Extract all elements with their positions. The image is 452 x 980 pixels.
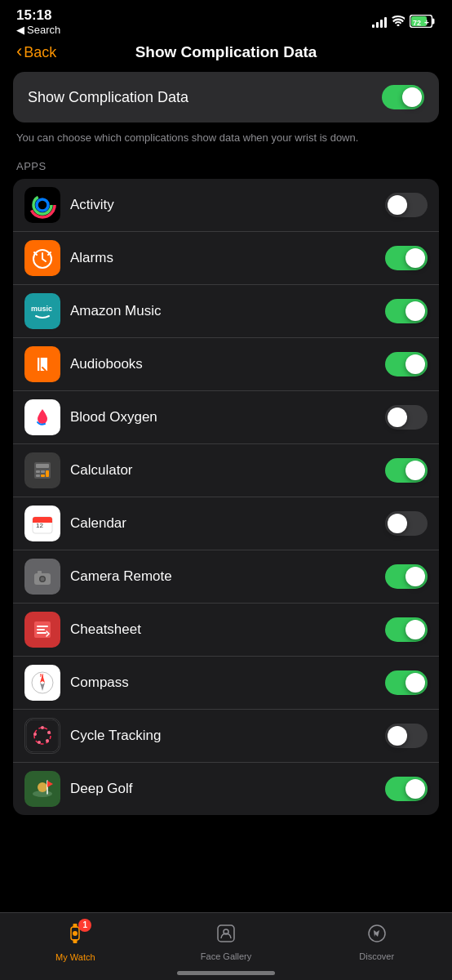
tab-discover[interactable]: Discover [301, 913, 452, 964]
svg-rect-20 [41, 470, 45, 473]
app-name: Calculator [70, 462, 375, 479]
app-row: Camera Remote [13, 550, 439, 604]
app-name: Cycle Tracking [70, 728, 375, 744]
wifi-icon [392, 16, 405, 29]
app-name: Cheatsheet [70, 621, 375, 638]
toggle-knob [405, 354, 425, 374]
badge: 1 [78, 919, 91, 932]
tab-face-gallery[interactable]: Face Gallery [151, 913, 302, 964]
toggle-knob [405, 461, 425, 480]
toggle-knob [405, 248, 425, 268]
toggle-knob [405, 620, 425, 639]
main-toggle-card: Show Complication Data [13, 72, 439, 122]
battery-percent: 72 + [410, 15, 436, 30]
svg-point-49 [38, 782, 47, 792]
status-search: ◀ Search [16, 24, 60, 36]
tab-bar: 1 My Watch Face Gallery Discover [0, 912, 452, 980]
toggle-compass[interactable] [385, 670, 428, 695]
svg-rect-19 [36, 474, 40, 477]
app-row: Alarms [13, 232, 439, 285]
nav-header: ‹ Back Show Complication Data [0, 36, 452, 72]
toggle-knob [402, 87, 422, 107]
back-button[interactable]: ‹ Back [16, 42, 56, 62]
app-icon-compass: N [24, 665, 60, 701]
page-title: Show Complication Data [135, 43, 317, 61]
app-icon-activity [24, 187, 60, 223]
main-content: Show Complication Data You can choose wh… [0, 72, 452, 815]
app-icon-calendar: 12 [24, 506, 60, 541]
app-icon-alarms [24, 240, 60, 276]
svg-point-43 [47, 731, 51, 734]
app-icon-amazon-music: music [24, 293, 60, 329]
app-row: Cycle Tracking [13, 710, 439, 763]
svg-rect-18 [36, 470, 40, 473]
status-left: 15:18 ◀ Search [16, 8, 60, 36]
toggle-amazon-music[interactable] [385, 299, 428, 323]
toggle-blood-oxygen[interactable] [385, 405, 428, 430]
discover-icon [366, 923, 388, 949]
toggle-knob [388, 195, 407, 215]
svg-text:12: 12 [36, 522, 43, 529]
app-row: 12 Calendar [13, 497, 439, 550]
tab-discover-label: Discover [359, 951, 394, 961]
svg-text:72: 72 [413, 19, 421, 27]
status-icons: 72 + [372, 15, 436, 30]
app-row: Cheatsheet [13, 604, 439, 657]
svg-point-45 [38, 741, 41, 744]
tab-my-watch-label: My Watch [55, 952, 95, 962]
status-time: 15:18 [16, 8, 51, 24]
svg-rect-21 [41, 474, 45, 477]
toggle-camera-remote[interactable] [385, 564, 428, 589]
toggle-activity[interactable] [385, 193, 428, 217]
toggle-knob [388, 514, 407, 533]
toggle-cycle-tracking[interactable] [385, 724, 428, 748]
tab-face-gallery-label: Face Gallery [201, 951, 251, 961]
svg-rect-53 [73, 939, 78, 943]
main-toggle-label: Show Complication Data [28, 89, 188, 106]
toggle-audiobooks[interactable] [385, 352, 428, 376]
app-row: Audiobooks [13, 338, 439, 391]
toggle-calendar[interactable] [385, 511, 428, 536]
watch-icon: 1 [65, 922, 85, 950]
app-name: Compass [70, 675, 375, 691]
signal-bars-icon [372, 16, 387, 28]
app-name: Activity [70, 197, 375, 213]
home-indicator [177, 971, 275, 975]
back-label: Back [24, 44, 56, 61]
toggle-calculator[interactable] [385, 458, 428, 483]
toggle-deep-golf[interactable] [385, 777, 428, 801]
app-icon-cheatsheet [24, 612, 60, 648]
svg-rect-35 [26, 666, 59, 699]
back-chevron-icon: ‹ [16, 41, 22, 62]
svg-point-31 [41, 577, 45, 581]
app-name: Camera Remote [70, 568, 375, 585]
app-row: N Compass [13, 657, 439, 710]
toggle-alarms[interactable] [385, 246, 428, 270]
toggle-cheatsheet[interactable] [385, 617, 428, 642]
svg-rect-52 [73, 924, 78, 928]
app-row: Calculator [13, 444, 439, 497]
svg-point-46 [33, 733, 37, 736]
app-icon-calculator [24, 452, 60, 488]
toggle-knob [388, 408, 407, 427]
svg-rect-1 [432, 18, 435, 24]
svg-rect-17 [36, 464, 49, 468]
battery-indicator: 72 + [410, 15, 436, 30]
main-toggle-switch[interactable] [382, 85, 424, 109]
app-row: music Amazon Music [13, 285, 439, 338]
description-text: You can choose which complications show … [13, 131, 439, 145]
app-name: Blood Oxygen [70, 409, 375, 425]
app-icon-blood-oxygen [24, 399, 60, 435]
toggle-knob [405, 673, 425, 693]
app-name: Deep Golf [70, 781, 375, 797]
app-icon-deep-golf [24, 771, 60, 807]
app-row: Activity [13, 179, 439, 232]
app-name: Alarms [70, 250, 375, 266]
app-icon-audiobooks [24, 346, 60, 382]
app-row: Blood Oxygen [13, 391, 439, 444]
tab-my-watch[interactable]: 1 My Watch [0, 913, 151, 964]
toggle-knob [405, 567, 425, 586]
apps-section-label: APPS [13, 160, 439, 172]
svg-rect-40 [26, 719, 59, 752]
svg-rect-32 [38, 571, 42, 574]
